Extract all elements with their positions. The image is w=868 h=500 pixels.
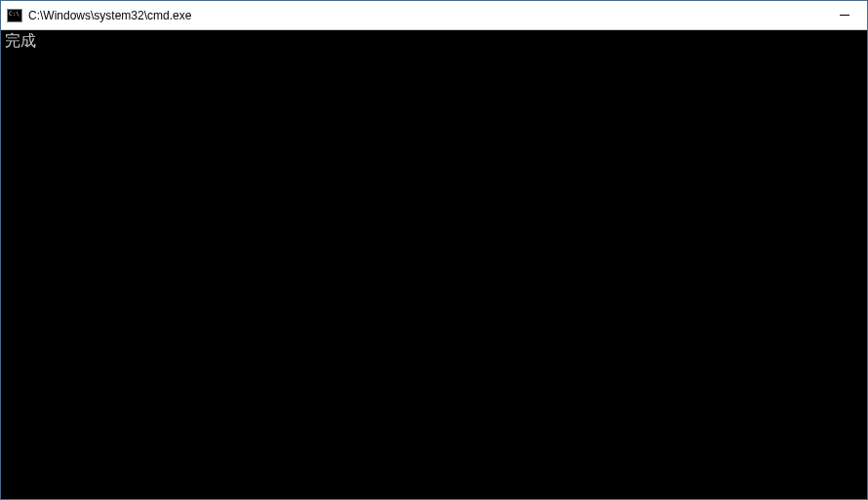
titlebar[interactable]: C:\Windows\system32\cmd.exe — [1, 1, 867, 30]
window-title: C:\Windows\system32\cmd.exe — [28, 9, 822, 22]
terminal-line: 完成 — [5, 32, 863, 50]
cmd-icon — [7, 9, 22, 22]
cmd-window: C:\Windows\system32\cmd.exe 完成 — [0, 0, 868, 500]
window-controls — [822, 1, 867, 29]
minimize-button[interactable] — [822, 1, 867, 29]
terminal-output[interactable]: 完成 — [1, 30, 867, 499]
minimize-icon — [840, 15, 849, 16]
